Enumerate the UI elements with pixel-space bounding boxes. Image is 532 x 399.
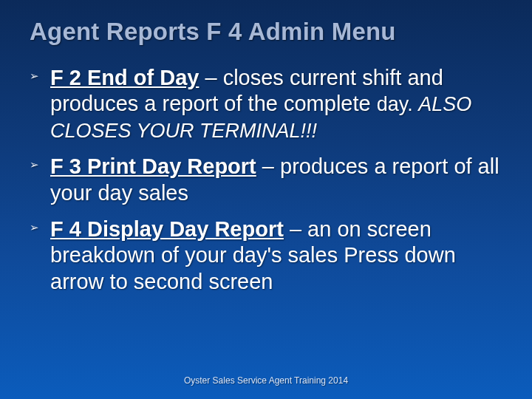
list-item: F 2 End of Day – closes current shift an… — [30, 65, 502, 143]
bullet-heading: F 3 Print Day Report — [50, 154, 256, 178]
bullet-heading: F 2 End of Day — [50, 66, 199, 89]
bullet-list: F 2 End of Day – closes current shift an… — [30, 65, 502, 295]
list-item: F 3 Print Day Report – produces a report… — [30, 154, 502, 206]
bullet-heading: F 4 Display Day Report — [50, 217, 284, 241]
slide: Agent Reports F 4 Admin Menu F 2 End of … — [0, 0, 532, 399]
list-item: F 4 Display Day Report – an on screen br… — [30, 216, 502, 295]
footer-text: Oyster Sales Service Agent Training 2014 — [0, 375, 532, 386]
slide-title: Agent Reports F 4 Admin Menu — [30, 18, 502, 46]
bullet-text-small: day. — [377, 93, 419, 115]
